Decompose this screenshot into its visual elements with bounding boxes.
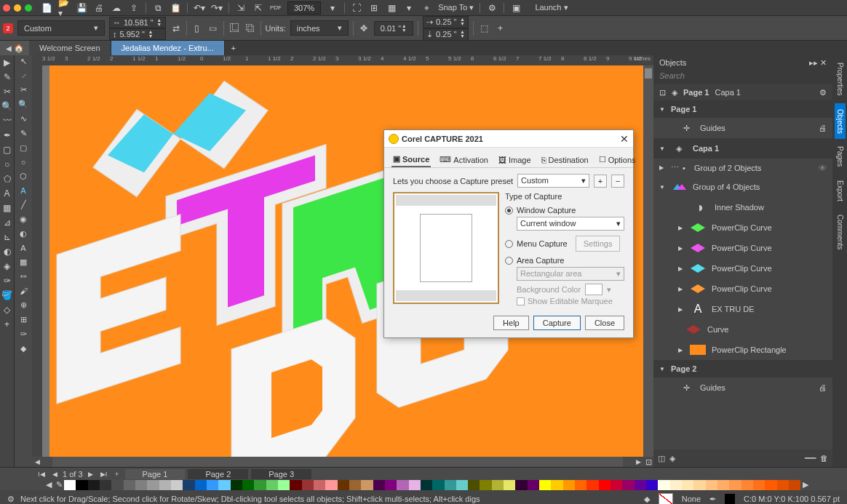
preset-combo[interactable]: Custom▾: [517, 174, 589, 188]
tree-page2[interactable]: ▼Page 2: [653, 360, 832, 377]
tree-curve[interactable]: Curve: [653, 319, 832, 340]
import-icon[interactable]: ⇲: [235, 2, 247, 14]
window-type-combo[interactable]: Current window▾: [517, 217, 624, 231]
shape-edit-icon[interactable]: ⟋: [20, 71, 28, 80]
palette-swatch[interactable]: [397, 480, 408, 490]
radio-window-capture[interactable]: Window Capture: [505, 204, 624, 217]
palette-swatch[interactable]: [278, 480, 290, 490]
tree-guides[interactable]: ✛Guides🖨: [653, 118, 832, 138]
objects-tree[interactable]: ▼Page 1 ✛Guides🖨 ▼◈Capa 1 ▶⋯•Group of 2 …: [653, 100, 832, 449]
navigator-icon[interactable]: ⊡: [643, 457, 653, 467]
nudge-icon[interactable]: ✥: [358, 23, 370, 34]
options-icon[interactable]: ⚙: [486, 2, 498, 14]
tab-activation[interactable]: ⌨ Activation: [438, 152, 490, 167]
radio-menu-capture[interactable]: Menu Capture Settings: [505, 233, 624, 254]
polygon-tool-icon[interactable]: ⬠: [1, 173, 13, 185]
nudge-distance[interactable]: 0.01 "▲▼: [374, 21, 413, 36]
tree-capa1[interactable]: ▼◈Capa 1: [653, 138, 832, 159]
prev-page-icon[interactable]: ◀: [49, 471, 60, 478]
palette-swatch[interactable]: [266, 480, 278, 490]
tree-page1[interactable]: ▼Page 1: [653, 100, 832, 118]
save-icon[interactable]: 💾: [76, 2, 87, 14]
current-page-icon[interactable]: ⿻: [244, 23, 256, 34]
eyedropper-tool-icon[interactable]: ✑: [1, 275, 13, 287]
tab-options[interactable]: ☐ Options: [597, 152, 637, 167]
outline-tool-icon[interactable]: ◇: [1, 304, 13, 316]
ruler-horizontal[interactable]: inches 3 1/232 1/221 1/211/201/211 1/222…: [32, 55, 653, 65]
paste-icon[interactable]: 📋: [170, 2, 181, 14]
add-page-icon[interactable]: +: [112, 471, 122, 478]
palette-swatch[interactable]: [515, 480, 527, 490]
mesh-icon[interactable]: ⊞: [20, 315, 27, 324]
palette-swatch[interactable]: [385, 480, 397, 490]
scroll-right-icon[interactable]: ▶: [633, 458, 643, 465]
palette-swatch[interactable]: [207, 480, 218, 490]
crop-tool-icon[interactable]: ✂: [1, 86, 13, 97]
shape-tool-icon[interactable]: ✎: [1, 71, 13, 83]
export-icon[interactable]: ⇱: [252, 2, 264, 14]
palette-swatch[interactable]: [100, 480, 111, 490]
tree-pc3[interactable]: ▶PowerClip Curve: [653, 258, 832, 279]
dimension-tool-icon[interactable]: ⊿: [1, 217, 13, 228]
palette-swatch[interactable]: [611, 480, 622, 490]
palette-swatch[interactable]: [314, 480, 325, 490]
vtab-comments[interactable]: Comments: [835, 209, 846, 255]
dialog-titlebar[interactable]: Corel CAPTURE 2021 ✕: [384, 130, 633, 148]
orientation-toggle-icon[interactable]: ⇄: [170, 23, 182, 34]
outline-pen-icon[interactable]: ✒: [709, 495, 716, 504]
delete-layer-icon[interactable]: 🗑: [820, 454, 828, 463]
fill-tool-icon[interactable]: 🪣: [1, 289, 13, 301]
palette-swatch[interactable]: [124, 480, 135, 490]
dropper2-icon[interactable]: ✑: [20, 329, 27, 339]
print-icon3[interactable]: 🖨: [819, 383, 827, 392]
palette-swatch[interactable]: [409, 480, 421, 490]
palette-swatch[interactable]: [635, 480, 646, 490]
palette-swatch[interactable]: [242, 480, 254, 490]
undo-icon[interactable]: ↶▾: [194, 2, 205, 14]
palette-swatch[interactable]: [302, 480, 314, 490]
text2-icon[interactable]: A: [20, 186, 25, 195]
new-master-icon[interactable]: ◈: [669, 454, 675, 463]
tab-welcome[interactable]: Welcome Screen: [29, 41, 111, 55]
palette-swatch[interactable]: [432, 480, 444, 490]
ruler-vertical[interactable]: [32, 65, 42, 457]
palette-swatch[interactable]: [111, 480, 123, 490]
palette-swatch[interactable]: [658, 480, 669, 490]
fill-indicator-icon[interactable]: ◆: [644, 495, 650, 504]
page-preset-combo[interactable]: Custom▾: [17, 20, 105, 36]
table-tool-icon[interactable]: ▦: [1, 202, 13, 214]
palette-swatch[interactable]: [135, 480, 147, 490]
palette-swatch[interactable]: [693, 480, 705, 490]
pick-tool2-icon[interactable]: ↖: [20, 57, 27, 66]
notification-badge[interactable]: 2: [3, 23, 13, 33]
text-tool-icon[interactable]: A: [1, 188, 13, 199]
tree-guides2[interactable]: ✛Guides🖨: [653, 377, 832, 398]
all-pages-icon[interactable]: ⿺: [228, 23, 240, 34]
launch-icon[interactable]: ▣: [510, 2, 522, 14]
last-page-icon[interactable]: ▶I: [99, 471, 109, 478]
page-tab-3[interactable]: Page 3: [251, 469, 311, 479]
connector-tool-icon[interactable]: ⊾: [1, 231, 13, 243]
new-layer-icon[interactable]: ◫: [658, 454, 665, 463]
palette-swatch[interactable]: [64, 480, 76, 490]
palette-swatch[interactable]: [729, 480, 741, 490]
palette-swatch[interactable]: [586, 480, 598, 490]
page-dimensions[interactable]: ↔10.581 "▲▼ ↕5.952 "▲▼: [109, 17, 166, 40]
plus2-icon[interactable]: ⊕: [20, 300, 27, 310]
pick-tool-icon[interactable]: ▶: [1, 57, 13, 68]
palette-swatch[interactable]: [789, 480, 800, 490]
duplicate-distance[interactable]: ⇢0.25 "▲▼ ⇣0.25 "▲▼: [423, 16, 469, 41]
scrollbar-vertical[interactable]: [643, 65, 653, 457]
close-button[interactable]: Close: [585, 316, 624, 330]
page-options-icon[interactable]: ⊡: [659, 88, 666, 97]
palette-swatch[interactable]: [254, 480, 266, 490]
palette-swatch[interactable]: [147, 480, 159, 490]
palette-swatch[interactable]: [373, 480, 385, 490]
plus-tool-icon[interactable]: +: [1, 319, 13, 330]
open-icon[interactable]: 📂▾: [58, 2, 70, 14]
palette-swatch[interactable]: [492, 480, 504, 490]
print-icon[interactable]: 🖨: [93, 2, 105, 14]
palette-swatch[interactable]: [753, 480, 765, 490]
tab-destination[interactable]: ⎘ Destination: [540, 152, 590, 167]
color-palette[interactable]: ◀ ✎ ▶: [0, 480, 847, 490]
